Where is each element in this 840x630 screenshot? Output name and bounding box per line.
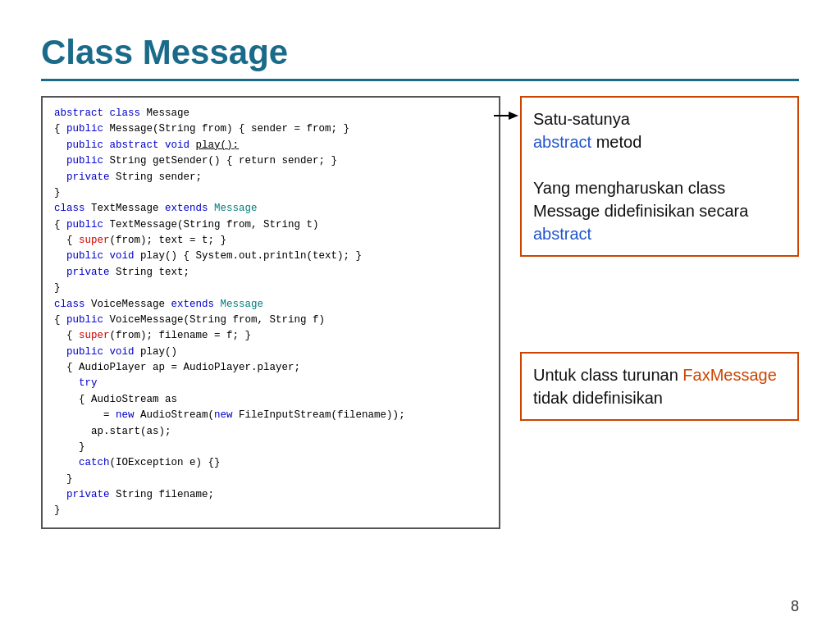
- arrow-icon: [494, 107, 518, 124]
- code-line: }: [54, 185, 487, 201]
- code-line-play: public abstract void play();: [54, 138, 487, 153]
- code-line: }: [54, 503, 487, 518]
- code-line: { super(from); filename = f; }: [54, 328, 487, 344]
- annotation1-line3: Yang mengharuskan class Message didefini…: [533, 179, 748, 243]
- code-box: abstract class Message { public Message(…: [41, 96, 500, 529]
- code-line: public void play(): [54, 345, 487, 360]
- arrow-annotation1: Satu-satunya abstract metod Yang menghar…: [520, 96, 799, 257]
- title-underline: [41, 79, 799, 81]
- slide-title: Class Message: [41, 33, 799, 72]
- svg-marker-1: [509, 112, 518, 120]
- code-line: private String sender;: [54, 170, 487, 185]
- code-line: private String filename;: [54, 487, 487, 503]
- code-line: { public TextMessage(String from, String…: [54, 217, 487, 233]
- code-line: try: [54, 376, 487, 391]
- annotation1-line1: Satu-satunya: [533, 110, 630, 128]
- annotation-box-2: Untuk class turunan FaxMessage tidak did…: [520, 352, 799, 421]
- code-line: { public VoiceMessage(String from, Strin…: [54, 313, 487, 328]
- annotation1-abstract: abstract: [533, 133, 591, 151]
- code-line: class TextMessage extends Message: [54, 201, 487, 217]
- code-line: catch(IOException e) {}: [54, 455, 487, 471]
- annotation2-fax: FaxMessage: [682, 366, 777, 384]
- annotation-box-1: Satu-satunya abstract metod Yang menghar…: [520, 96, 799, 257]
- content-area: abstract class Message { public Message(…: [41, 96, 799, 529]
- code-line: { AudioStream as: [54, 392, 487, 408]
- code-line: { super(from); text = t; }: [54, 233, 487, 249]
- code-line: ap.start(as);: [54, 424, 487, 440]
- code-line: = new AudioStream(new FileInputStream(fi…: [54, 408, 487, 423]
- code-line: }: [54, 281, 487, 296]
- right-panel: Satu-satunya abstract metod Yang menghar…: [520, 96, 799, 421]
- code-line: }: [54, 472, 487, 487]
- annotation2-line1: Untuk class turunan FaxMessage: [533, 366, 777, 384]
- code-line: public void play() { System.out.println(…: [54, 249, 487, 264]
- annotation2-line2: tidak didefinisikan: [533, 389, 663, 407]
- annotation1-abstract2: abstract: [533, 225, 591, 243]
- code-line: public String getSender() { return sende…: [54, 153, 487, 169]
- code-line: { AudioPlayer ap = AudioPlayer.player;: [54, 360, 487, 376]
- slide: Class Message abstract class Message { p…: [0, 0, 840, 630]
- code-line: { public Message(String from) { sender =…: [54, 121, 487, 137]
- page-number: 8: [791, 598, 799, 615]
- code-line: abstract class Message: [54, 106, 487, 121]
- code-line: }: [54, 440, 487, 455]
- spacer: [520, 272, 799, 337]
- code-line: class VoiceMessage extends Message: [54, 297, 487, 313]
- annotation1-line2: metod: [591, 133, 641, 151]
- code-line: private String text;: [54, 265, 487, 281]
